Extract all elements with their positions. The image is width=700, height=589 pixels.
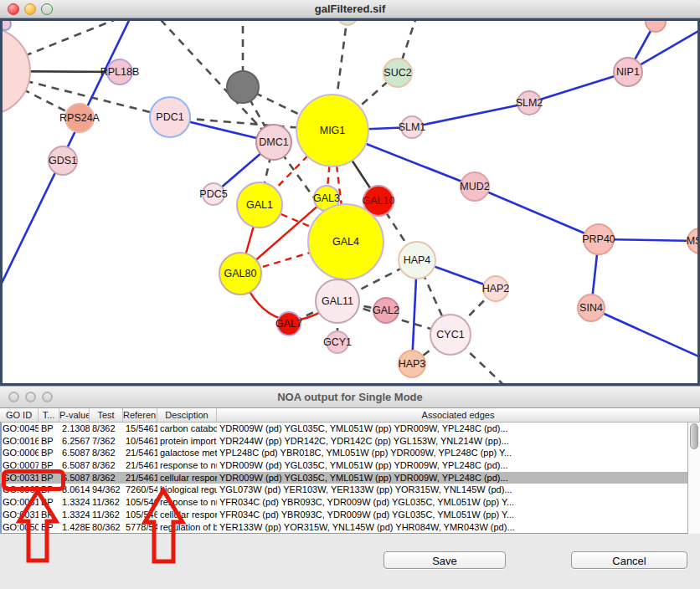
node-label: NIP1 (616, 66, 640, 78)
cell: galactose meta... (157, 447, 217, 459)
cell: YER133W (pp) YOR315W, YNL145W (pd) YHR08… (217, 521, 687, 534)
cell: 15/54615 (123, 423, 157, 435)
column-header-t-[interactable]: T... (39, 408, 59, 422)
cell: 7/362 (90, 435, 123, 448)
cell: 7260/54... (123, 484, 157, 496)
cell: BP (39, 472, 59, 484)
zoom-button[interactable] (41, 3, 53, 15)
zoom-button[interactable] (42, 392, 53, 402)
table-row[interactable]: GO:0031...BP1.3324...11/362105/546...res… (0, 496, 687, 509)
traffic-lights-inactive (8, 392, 53, 402)
cell: GO:0016... (0, 435, 39, 448)
table-row[interactable]: GO:0031...BP1.3324...11/362105/546...cel… (0, 509, 687, 521)
node-big1[interactable] (3, 28, 30, 115)
cell: carbon cataboli... (157, 423, 217, 435)
node-greentop[interactable] (337, 21, 358, 25)
cell: GO:0045... (0, 423, 39, 435)
node-label: GAL3 (313, 192, 340, 204)
table-row[interactable]: GO:0050...BP1.428E...80/3625778/54...reg… (0, 521, 687, 534)
table-header-row: GO IDT...P-valueTestReferen...Desciption… (0, 408, 700, 423)
cell: 6.5087... (59, 447, 90, 459)
node-label: GAL80 (224, 268, 257, 279)
save-button[interactable]: Save (383, 551, 506, 569)
column-header-referen-[interactable]: Referen... (123, 408, 157, 422)
table-row[interactable]: GO:0016...BP6.2567...7/36210/54615protei… (0, 435, 687, 448)
table-row[interactable]: GO:0065...BP8.0614...94/3627260/54...bio… (0, 484, 687, 496)
node-label: GAL1 (246, 199, 273, 211)
cell: BP (39, 509, 59, 521)
column-header-p-value[interactable]: P-value (59, 408, 90, 422)
cell: 105/546... (123, 509, 157, 521)
node-label: GAL7 (275, 318, 302, 330)
edge-blue[interactable] (529, 72, 628, 103)
cell: GO:0031... (0, 496, 39, 509)
cell: cellular respons... (157, 509, 217, 521)
minimize-button[interactable] (25, 392, 36, 402)
node-tiny[interactable] (3, 21, 11, 30)
column-header-test[interactable]: Test (90, 408, 123, 422)
node-label: CYC1 (436, 329, 464, 341)
close-button[interactable] (8, 3, 19, 15)
cell: 94/362 (90, 484, 123, 496)
node-label: SIN4 (579, 302, 603, 314)
node-label: SLM2 (516, 97, 543, 109)
table-row[interactable]: GO:0006...BP6.5087...8/36221/54615galact… (0, 447, 687, 459)
column-header-associated-edges[interactable]: Associated edges (217, 408, 700, 422)
cell: 2.1308... (59, 423, 90, 435)
node-topright[interactable] (646, 21, 666, 32)
edge-blue[interactable] (412, 103, 529, 127)
network-canvas[interactable]: RPL18BRPS24APDC1GDS1DMC1MIG1SUC2SLM1SLM2… (0, 18, 700, 386)
cell: GO:0031... (0, 509, 39, 521)
close-button[interactable] (8, 392, 19, 402)
node-label: PDC5 (199, 188, 227, 200)
cell: 10/54615 (123, 435, 157, 448)
edge-blue[interactable] (475, 187, 599, 239)
node-label: GCY1 (323, 336, 352, 348)
table-row[interactable]: GO:0031...BP6.5087...8/36221/54615cellul… (0, 472, 687, 484)
cell: 11/362 (90, 509, 123, 521)
column-header-desciption[interactable]: Desciption (157, 408, 217, 422)
table-row[interactable]: GO:0007...BP6.5087...8/36221/54615respon… (0, 459, 687, 472)
network-window: galFiltered.sif RPL18BRPS24APDC1GDS1DMC1… (0, 0, 700, 386)
cell: regulation of bi... (157, 521, 217, 534)
scrollbar-thumb[interactable] (690, 423, 698, 449)
noa-window-titlebar[interactable]: NOA output for Single Mode (0, 386, 700, 408)
cell: YDR009W (pd) YGL035C, YML051W (pp) YDR00… (217, 459, 687, 472)
node-gray1[interactable] (227, 71, 259, 103)
cell: 5778/54... (123, 521, 157, 534)
cell: GO:0065... (0, 484, 39, 496)
node-label: DMC1 (259, 136, 288, 148)
cell: 6.2567... (59, 435, 90, 448)
node-label: GAL10 (363, 195, 395, 207)
node-label: PDC1 (156, 111, 183, 123)
cell: response to nut... (157, 459, 217, 472)
minimize-button[interactable] (24, 3, 36, 15)
column-header-go-id[interactable]: GO ID (0, 408, 39, 422)
cell: 21/54615 (123, 472, 157, 484)
cell: 11/362 (90, 496, 123, 509)
table-row[interactable]: GO:0045...BP2.1308...8/36215/54615carbon… (0, 423, 687, 435)
cell: YDR009W (pd) YGL035C, YML051W (pp) YDR00… (217, 423, 687, 435)
node-label: HAP2 (482, 283, 510, 294)
cell: 8/362 (90, 423, 123, 435)
cell: GO:0050... (0, 521, 39, 534)
cell: 8/362 (90, 459, 123, 472)
cell: BP (39, 459, 59, 472)
cell: 21/54615 (123, 459, 157, 472)
cell: 1.428E... (59, 521, 90, 534)
vertical-scrollbar[interactable] (687, 423, 700, 534)
cell: GO:0006... (0, 447, 39, 459)
cell: BP (39, 496, 59, 509)
cell: 21/54615 (123, 447, 157, 459)
noa-results-table: GO IDT...P-valueTestReferen...Desciption… (0, 408, 700, 534)
network-window-title: galFiltered.sif (0, 0, 700, 18)
edge-blue[interactable] (591, 308, 697, 363)
table-body: GO:0045...BP2.1308...8/36215/54615carbon… (0, 423, 687, 534)
cell: BP (39, 435, 59, 448)
cell: YGL073W (pd) YER103W, YER133W (pp) YOR31… (217, 484, 687, 496)
cancel-button[interactable]: Cancel (571, 551, 687, 569)
node-label: GAL11 (322, 295, 353, 307)
cell: YFR034C (pd) YBR093C, YDR009W (pd) YGL03… (217, 496, 687, 509)
network-window-titlebar[interactable]: galFiltered.sif (0, 0, 700, 18)
cell: 1.3324... (59, 509, 90, 521)
